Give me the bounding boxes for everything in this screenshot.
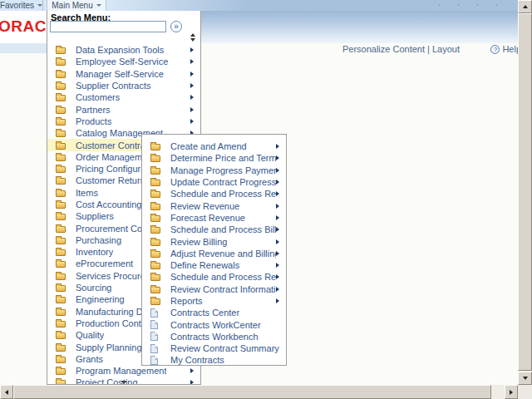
folder-icon — [56, 261, 66, 268]
document-icon — [150, 308, 158, 318]
submenu-arrow-icon — [276, 191, 279, 196]
submenu-arrow-icon — [276, 155, 279, 160]
folder-icon — [56, 297, 66, 303]
folder-icon — [56, 357, 66, 363]
document-icon — [150, 320, 158, 329]
submenu-item[interactable]: Forecast Revenue — [142, 212, 286, 224]
folder-icon — [56, 143, 66, 150]
submenu-item[interactable]: Contracts WorkCenter — [142, 318, 286, 330]
submenu-arrow-icon — [276, 227, 279, 232]
horizontal-scrollbar-thumb[interactable] — [13, 385, 491, 399]
menu-item[interactable]: Partners — [47, 103, 200, 115]
menu-item[interactable]: Manager Self-Service — [47, 68, 200, 80]
folder-icon — [56, 166, 66, 173]
chevron-down-icon — [37, 4, 42, 7]
scroll-right-button[interactable] — [505, 385, 518, 399]
submenu-arrow-icon — [190, 95, 194, 100]
folder-icon — [56, 47, 66, 54]
submenu-item[interactable]: Manage Progress Payments — [142, 165, 286, 176]
submenu-item[interactable]: Schedule and Process Revenue — [142, 188, 286, 200]
folder-icon — [56, 321, 66, 328]
submenu-arrow-icon — [276, 263, 279, 268]
submenu-item[interactable]: Schedule and Process Billing — [142, 224, 286, 235]
header-nav-link[interactable] — [496, 4, 515, 6]
submenu-arrow-icon — [276, 251, 279, 256]
document-icon — [150, 332, 158, 341]
search-input[interactable] — [50, 21, 166, 32]
folder-icon — [150, 155, 160, 162]
submenu-item[interactable]: Review Contract Summary — [142, 342, 286, 354]
folder-icon — [56, 59, 66, 66]
folder-icon — [56, 380, 66, 385]
submenu-item[interactable]: Review Revenue — [142, 200, 286, 211]
submenu-item[interactable]: Determine Price and Terms — [142, 152, 286, 164]
menu-item[interactable]: Customers — [47, 91, 200, 103]
header-nav-link[interactable] — [439, 4, 458, 6]
folder-icon — [150, 191, 160, 198]
folder-icon — [56, 190, 66, 197]
submenu-item[interactable]: Contracts Center — [142, 307, 286, 318]
menu-item[interactable]: Employee Self-Service — [47, 56, 200, 67]
submenu-arrow-icon — [190, 368, 194, 373]
submenu-item[interactable]: Update Contract Progress — [142, 176, 286, 188]
submenu-item[interactable]: Reports — [142, 295, 286, 307]
header-nav-link[interactable] — [477, 4, 496, 6]
submenu-arrow-icon — [190, 119, 194, 124]
folder-icon — [56, 202, 66, 209]
folder-icon — [150, 287, 160, 293]
submenu-arrow-icon — [276, 204, 279, 209]
scroll-left-button[interactable] — [0, 385, 13, 399]
folder-icon — [56, 71, 66, 78]
vertical-scrollbar[interactable] — [518, 0, 532, 385]
menu-item[interactable]: Supplier Contracts — [47, 80, 200, 91]
main-menu-button[interactable]: Main Menu — [47, 0, 106, 11]
submenu-item[interactable]: Schedule and Process Renewals — [142, 271, 286, 283]
vertical-scrollbar-thumb[interactable] — [518, 13, 532, 371]
menu-scroll-updown-icon[interactable] — [190, 33, 195, 42]
favorites-menu-button[interactable]: Favorites — [0, 0, 43, 11]
scroll-up-button[interactable] — [518, 0, 532, 13]
folder-icon — [150, 227, 160, 234]
folder-icon — [56, 119, 66, 126]
folder-icon — [150, 144, 160, 150]
header-nav-link[interactable] — [458, 4, 477, 6]
horizontal-scrollbar[interactable] — [0, 385, 518, 399]
folder-icon — [56, 249, 66, 256]
header-nav-link[interactable] — [421, 4, 439, 6]
folder-icon — [56, 226, 66, 233]
submenu-item[interactable]: Contracts Workbench — [142, 331, 286, 342]
submenu-arrow-icon — [190, 380, 194, 385]
submenu-item[interactable]: Create and Amend — [142, 140, 286, 152]
chevron-down-icon — [96, 4, 101, 7]
submenu-arrow-icon — [276, 239, 279, 244]
menu-item[interactable]: Products — [47, 116, 200, 127]
arrow-right-icon — [510, 390, 513, 395]
folder-icon — [56, 345, 66, 352]
submenu-arrow-icon — [276, 274, 279, 279]
header-nav — [421, 4, 515, 6]
submenu-item[interactable]: Define Renewals — [142, 259, 286, 271]
submenu-item[interactable]: Review Contract Information — [142, 283, 286, 295]
search-go-button[interactable]: » — [170, 21, 182, 32]
help-link[interactable]: ? Help — [490, 44, 521, 54]
menu-item[interactable]: Data Expansion Tools — [47, 44, 200, 56]
submenu-item[interactable]: Adjust Revenue and Billing — [142, 248, 286, 259]
folder-icon — [150, 263, 160, 269]
submenu-item[interactable]: My Contracts — [142, 354, 286, 366]
folder-icon — [56, 368, 66, 375]
folder-icon — [56, 214, 66, 220]
submenu-arrow-icon — [276, 180, 279, 185]
submenu-arrow-icon — [276, 168, 279, 173]
personalize-content-link[interactable]: Personalize Content | Layout — [342, 44, 460, 54]
folder-icon — [150, 239, 160, 246]
submenu-item[interactable]: Review Billing — [142, 235, 286, 247]
scroll-down-button[interactable] — [518, 372, 532, 385]
menu-item[interactable]: Program Management — [47, 365, 200, 377]
menu-scroll-down-icon[interactable] — [121, 381, 127, 384]
arrow-up-icon — [523, 5, 528, 8]
document-icon — [150, 344, 158, 353]
arrow-down-icon — [523, 377, 528, 380]
submenu-arrow-icon — [190, 59, 194, 64]
folder-icon — [56, 178, 66, 185]
submenu-arrow-icon — [190, 47, 194, 52]
